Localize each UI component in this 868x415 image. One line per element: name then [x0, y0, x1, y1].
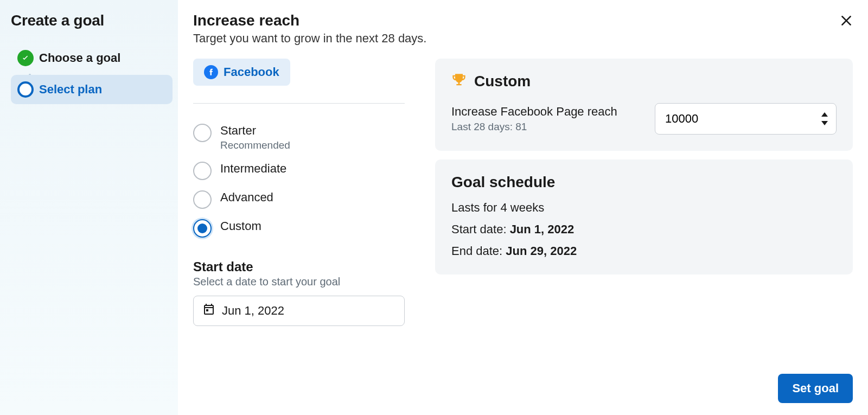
plan-label: Custom — [220, 219, 261, 234]
page-title: Increase reach — [193, 12, 853, 29]
target-value-input[interactable] — [665, 112, 820, 126]
radio-icon — [193, 219, 212, 238]
schedule-end-value: Jun 29, 2022 — [506, 244, 577, 258]
set-goal-button[interactable]: Set goal — [778, 374, 853, 403]
radio-icon — [193, 162, 212, 180]
plan-label: Starter — [220, 123, 290, 138]
start-date-heading: Start date — [193, 259, 405, 274]
schedule-start-label: Start date: — [451, 222, 510, 236]
chevron-down-icon — [821, 121, 828, 125]
schedule-end-line: End date: Jun 29, 2022 — [451, 244, 837, 258]
start-date-value: Jun 1, 2022 — [222, 304, 284, 318]
radio-icon — [193, 124, 212, 142]
step-choose-a-goal[interactable]: Choose a goal — [11, 43, 173, 73]
metric-sub: Last 28 days: 81 — [451, 121, 617, 133]
stepper-up-button[interactable] — [820, 111, 829, 118]
goal-schedule-card: Goal schedule Lasts for 4 weeks Start da… — [435, 159, 853, 274]
target-value-input-wrap — [655, 103, 837, 135]
plan-option-custom[interactable]: Custom — [193, 219, 405, 238]
calendar-icon — [202, 303, 215, 319]
sidebar: Create a goal Choose a goal Select plan — [0, 0, 178, 415]
plan-radio-group: Starter Recommended Intermediate Advance… — [193, 123, 405, 238]
chevron-up-icon — [821, 112, 828, 117]
plan-option-advanced[interactable]: Advanced — [193, 190, 405, 209]
divider — [193, 103, 405, 104]
sidebar-title: Create a goal — [11, 12, 173, 29]
start-date-sub: Select a date to start your goal — [193, 276, 405, 288]
right-column: Custom Increase Facebook Page reach Last… — [435, 59, 853, 283]
check-circle-icon — [17, 50, 34, 66]
facebook-icon — [204, 65, 218, 79]
stepper-down-button[interactable] — [820, 119, 829, 127]
schedule-title: Goal schedule — [451, 174, 837, 191]
footer: Set goal — [193, 374, 853, 403]
schedule-start-line: Start date: Jun 1, 2022 — [451, 222, 837, 237]
page-subtitle: Target you want to grow in the next 28 d… — [193, 31, 853, 46]
platform-label: Facebook — [224, 65, 279, 79]
metric-label: Increase Facebook Page reach — [451, 105, 617, 119]
custom-card-title: Custom — [474, 73, 531, 90]
main-panel: Increase reach Target you want to grow i… — [178, 0, 868, 415]
plan-option-intermediate[interactable]: Intermediate — [193, 161, 405, 180]
close-icon — [839, 14, 853, 28]
step-select-plan[interactable]: Select plan — [11, 75, 173, 104]
number-stepper — [820, 111, 831, 127]
schedule-end-label: End date: — [451, 244, 506, 258]
plan-option-starter[interactable]: Starter Recommended — [193, 123, 405, 151]
plan-sublabel: Recommended — [220, 139, 290, 151]
schedule-start-value: Jun 1, 2022 — [510, 222, 575, 236]
step-label: Choose a goal — [39, 51, 120, 65]
radio-icon — [193, 190, 212, 209]
platform-chip-facebook[interactable]: Facebook — [193, 59, 290, 86]
trophy-icon — [451, 73, 467, 90]
close-button[interactable] — [837, 11, 856, 30]
start-date-picker[interactable]: Jun 1, 2022 — [193, 296, 405, 326]
ring-icon — [17, 81, 34, 98]
plan-label: Intermediate — [220, 161, 286, 176]
plan-label: Advanced — [220, 190, 273, 205]
custom-goal-card: Custom Increase Facebook Page reach Last… — [435, 59, 853, 151]
step-label: Select plan — [39, 82, 102, 97]
schedule-duration: Lasts for 4 weeks — [451, 201, 837, 215]
left-column: Facebook Starter Recommended Intermediat… — [193, 59, 405, 326]
